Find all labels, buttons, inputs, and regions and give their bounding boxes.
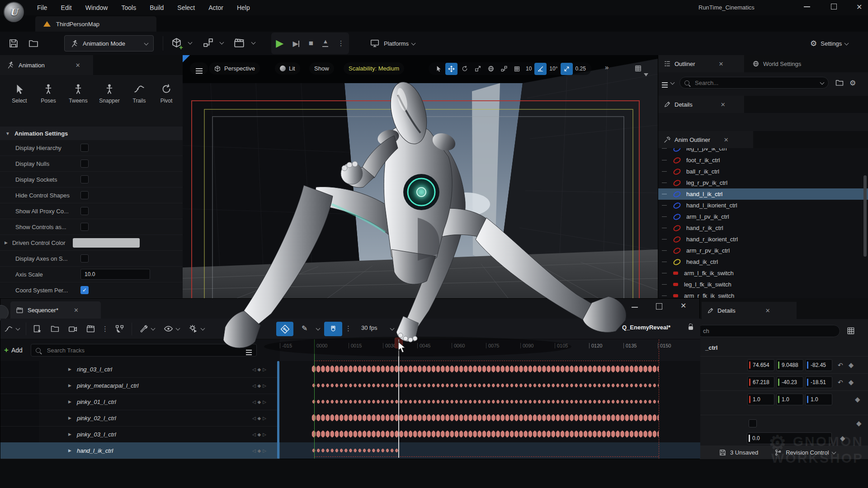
hierarchy-icon[interactable] xyxy=(115,324,124,333)
eject-button[interactable]: ▲ xyxy=(322,40,328,47)
keyframe-icon[interactable]: ◆ xyxy=(856,419,862,427)
save-icon[interactable] xyxy=(8,38,19,49)
list-item[interactable]: arm_r_pv_ik_ctrl xyxy=(658,245,868,256)
list-item-selected[interactable]: hand_l_ik_ctrl xyxy=(658,188,868,200)
track-row[interactable]: ▶ pinky_03_l_ctrl ◁◆▷ xyxy=(0,426,280,443)
content-browser-icon[interactable] xyxy=(28,38,39,49)
key-nav-icons[interactable]: ◁◆▷ xyxy=(252,367,268,372)
chevron-down-icon[interactable] xyxy=(151,326,156,331)
list-item[interactable]: arm_r_fk_ik_switch xyxy=(658,290,868,298)
keyframe-icon[interactable]: ◆ xyxy=(849,378,854,386)
animation-settings-header[interactable]: ▼ Animation Settings xyxy=(0,127,183,140)
add-folder-icon[interactable] xyxy=(835,78,844,87)
grid-snap-value[interactable]: 10 xyxy=(526,66,532,72)
move-tool-icon[interactable] xyxy=(445,63,458,75)
keyframes-pinky02[interactable] xyxy=(311,414,659,421)
keyframe-icon[interactable]: ◆ xyxy=(849,361,854,369)
lit-dropdown[interactable]: Lit xyxy=(275,62,300,75)
extra-value-field[interactable]: 0.0 xyxy=(747,432,832,444)
checkbox[interactable] xyxy=(749,419,757,427)
select-tool-icon[interactable] xyxy=(432,63,444,75)
checkbox[interactable] xyxy=(80,207,89,215)
tool-snapper[interactable]: Snapper xyxy=(95,83,124,104)
minimize-icon[interactable] xyxy=(804,6,810,7)
scale-snap-icon[interactable] xyxy=(561,63,573,75)
sequencer-close-icon[interactable]: ✕ xyxy=(680,301,686,310)
checkbox-checked[interactable]: ✓ xyxy=(80,286,89,294)
animation-mode-dropdown[interactable]: Animation Mode xyxy=(64,35,154,52)
list-item[interactable]: arm_l_fk_ik_switch xyxy=(658,267,868,279)
sequencer-minimize-icon[interactable] xyxy=(632,307,638,308)
play-options-icon[interactable]: ⋮ xyxy=(338,39,344,47)
track-row[interactable]: ▶ pinky_02_l_ctrl ◁◆▷ xyxy=(0,410,280,427)
menu-help[interactable]: Help xyxy=(237,4,250,11)
revision-control-label[interactable]: Revision Control xyxy=(786,449,829,456)
tab-sequencer[interactable]: Sequencer* ✕ xyxy=(10,301,101,319)
rotation-x-field[interactable]: 67.218 xyxy=(747,376,774,388)
menu-file[interactable]: File xyxy=(37,4,47,11)
menu-build[interactable]: Build xyxy=(150,4,164,11)
viewport[interactable] xyxy=(183,55,658,298)
keyframe-area[interactable] xyxy=(280,361,700,459)
marker-pen-icon[interactable]: ✎ xyxy=(302,324,307,333)
eye-icon[interactable] xyxy=(164,324,173,333)
chevron-down-icon[interactable] xyxy=(390,326,395,331)
wrench-icon[interactable] xyxy=(139,324,148,333)
scale-x-field[interactable]: 1.0 xyxy=(747,394,774,405)
cinematics-icon[interactable] xyxy=(233,37,245,49)
list-item[interactable]: arm_l_pv_ik_ctrl xyxy=(658,211,868,222)
menu-edit[interactable]: Edit xyxy=(61,4,72,11)
sequence-name[interactable]: Q_EnemyReveal* xyxy=(622,324,670,331)
track-row[interactable]: ▶ pinky_01_l_ctrl ◁◆▷ xyxy=(0,394,280,410)
close-icon[interactable]: ✕ xyxy=(724,136,729,143)
tab-animation[interactable]: Animation ✕ xyxy=(0,55,93,75)
sequencer-maximize-icon[interactable] xyxy=(656,303,662,310)
checkbox[interactable] xyxy=(80,175,89,183)
track-scrollbar[interactable] xyxy=(277,361,279,459)
keyframes-pinky03[interactable] xyxy=(311,431,659,437)
menu-actor[interactable]: Actor xyxy=(208,4,223,11)
unsaved-label[interactable]: 3 Unsaved xyxy=(730,449,758,456)
close-icon[interactable]: ✕ xyxy=(719,61,724,67)
track-row[interactable]: ▶ ring_03_l_ctrl ◁◆▷ xyxy=(0,361,280,378)
settings-dropdown[interactable]: ⚙ Settings xyxy=(810,37,848,50)
key-nav-icons[interactable]: ◁◆▷ xyxy=(252,448,268,453)
axis-scale-input[interactable]: 10.0 xyxy=(80,269,150,280)
checkbox[interactable] xyxy=(80,191,89,199)
filter-icon[interactable] xyxy=(662,82,668,83)
work-range-start[interactable] xyxy=(314,339,315,459)
list-item[interactable]: leg_r_pv_ik_ctrl xyxy=(658,177,868,188)
work-range-end[interactable] xyxy=(659,339,660,459)
render-movie-icon[interactable] xyxy=(86,324,95,333)
keyframes-ring03[interactable] xyxy=(311,366,659,372)
keyframes-hand-l-ik[interactable] xyxy=(311,448,398,453)
tab-details-float[interactable]: Details ✕ xyxy=(702,302,797,319)
keyframe-icon[interactable]: ◆ xyxy=(840,434,845,442)
tab-anim-outliner[interactable]: Anim Outliner ✕ xyxy=(658,131,753,148)
checkbox[interactable] xyxy=(80,223,89,231)
autokey-icon[interactable] xyxy=(276,322,293,336)
tab-outliner[interactable]: Outliner ✕ xyxy=(658,55,744,72)
play-button[interactable]: ▶ xyxy=(276,38,283,49)
color-swatch[interactable] xyxy=(73,238,140,248)
expand-arrow-icon[interactable]: ▶ xyxy=(68,416,71,420)
details-search-input[interactable] xyxy=(702,327,794,335)
track-search-input[interactable] xyxy=(46,347,220,354)
track-search-box[interactable] xyxy=(31,344,257,357)
stop-button[interactable]: ■ xyxy=(309,39,313,48)
checkbox[interactable] xyxy=(80,160,89,168)
scrollbar[interactable] xyxy=(863,175,867,257)
close-icon[interactable]: ✕ xyxy=(721,101,726,108)
list-item[interactable]: hand_l_ikorient_ctrl xyxy=(658,200,868,211)
checkbox[interactable] xyxy=(80,144,89,152)
rotation-y-field[interactable]: -40.23 xyxy=(776,376,803,388)
lock-icon[interactable] xyxy=(689,326,693,330)
world-coordinate-icon[interactable] xyxy=(485,63,497,75)
key-nav-icons[interactable]: ◁◆▷ xyxy=(252,383,268,388)
restore-icon[interactable] xyxy=(831,4,837,9)
keyframes-pinky01[interactable] xyxy=(311,399,659,404)
expand-arrow-icon[interactable]: ▶ xyxy=(68,432,71,436)
camera-icon[interactable] xyxy=(68,324,78,334)
close-icon[interactable]: ✕ xyxy=(75,62,80,69)
grid-snap-icon[interactable] xyxy=(511,63,523,75)
